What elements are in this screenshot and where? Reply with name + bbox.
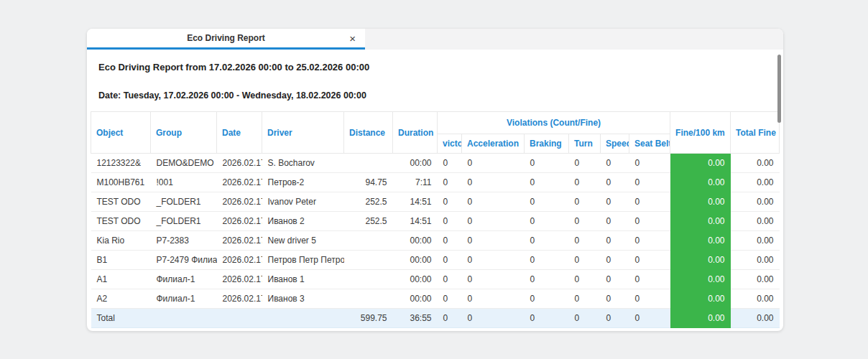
cell-total-fine: 0.00 — [731, 192, 780, 212]
total-row: Total599.7536:550000000.000.00 — [91, 309, 780, 328]
cell-driver: Петров-2 — [262, 173, 344, 192]
table-row: 12123322&DEMO&DEMO2026.02.17S. Bocharov0… — [91, 154, 780, 173]
header-duration: Duration — [393, 112, 438, 154]
cell-total-fine: 0.00 — [731, 289, 780, 309]
cell-driver: Ivanov Peter — [262, 192, 344, 212]
cell-violation-seatbelt: 0 — [629, 231, 670, 251]
cell-group: Филиал-1 — [151, 289, 217, 309]
cell-duration: 7:11 — [393, 173, 438, 192]
cell-violation-braking: 0 — [525, 309, 569, 328]
cell-violation-acceleration: 0 — [462, 192, 525, 212]
cell-distance: 252.5 — [344, 212, 393, 231]
cell-violation-victor: 0 — [438, 231, 462, 251]
cell-distance: 252.5 — [344, 192, 393, 212]
cell-fine-100km: 0.00 — [670, 231, 731, 251]
cell-fine-100km: 0.00 — [670, 251, 731, 270]
cell-group: _FOLDER1 — [151, 212, 217, 231]
cell-violation-speed: 0 — [601, 251, 629, 270]
cell-violation-braking: 0 — [525, 154, 569, 173]
cell-violation-braking: 0 — [525, 192, 569, 212]
cell-distance: 599.75 — [344, 309, 393, 328]
cell-violation-victor: 0 — [438, 192, 462, 212]
cell-driver: Петров Петр Петрович — [262, 251, 344, 270]
cell-distance: 94.75 — [344, 173, 393, 192]
cell-distance — [344, 154, 393, 173]
header-distance: Distance — [344, 112, 393, 154]
cell-fine-100km: 0.00 — [670, 270, 731, 289]
cell-driver: Иванов 1 — [262, 270, 344, 289]
main-header-row: Object Group Date Driver Distance Durati… — [91, 112, 780, 134]
cell-driver: New driver 5 — [262, 231, 344, 251]
cell-violation-acceleration: 0 — [462, 251, 525, 270]
cell-driver — [262, 309, 344, 328]
cell-violation-victor: 0 — [438, 154, 462, 173]
cell-date: 2026.02.17 — [217, 289, 262, 309]
cell-violation-speed: 0 — [601, 192, 629, 212]
cell-violation-victor: 0 — [438, 289, 462, 309]
cell-fine-100km: 0.00 — [670, 212, 731, 231]
table-row: TEST ODO_FOLDER12026.02.17Иванов 2252.51… — [91, 212, 780, 231]
cell-date — [217, 309, 262, 328]
cell-duration: 14:51 — [393, 212, 438, 231]
cell-object: M100HB761 — [91, 173, 151, 192]
header-violation-braking: Braking — [525, 134, 569, 154]
cell-violation-braking: 0 — [525, 173, 569, 192]
cell-group: !001 — [151, 173, 217, 192]
cell-duration: 36:55 — [393, 309, 438, 328]
cell-violation-seatbelt: 0 — [629, 173, 670, 192]
cell-object: TEST ODO — [91, 212, 151, 231]
cell-fine-100km: 0.00 — [670, 192, 731, 212]
cell-violation-speed: 0 — [601, 231, 629, 251]
cell-distance — [344, 251, 393, 270]
cell-duration: 00:00 — [393, 251, 438, 270]
vertical-scrollbar[interactable] — [777, 55, 781, 123]
cell-object: TEST ODO — [91, 192, 151, 212]
header-group: Group — [151, 112, 217, 154]
cell-total-fine: 0.00 — [731, 231, 780, 251]
cell-driver: Иванов 2 — [262, 212, 344, 231]
tab-eco-driving-report[interactable]: Eco Driving Report × — [87, 29, 365, 50]
cell-distance — [344, 270, 393, 289]
cell-violation-acceleration: 0 — [462, 309, 525, 328]
table-row: M100HB761!0012026.02.17Петров-294.757:11… — [91, 173, 780, 192]
cell-violation-seatbelt: 0 — [629, 154, 670, 173]
cell-violation-seatbelt: 0 — [629, 289, 670, 309]
header-fine-100km: Fine/100 km — [670, 112, 731, 154]
cell-driver: Иванов 3 — [262, 289, 344, 309]
cell-object: Kia Rio — [91, 231, 151, 251]
header-violation-seatbelt: Seat Belt — [629, 134, 670, 154]
cell-object: Total — [91, 309, 151, 328]
cell-violation-victor: 0 — [438, 173, 462, 192]
cell-violation-turn: 0 — [569, 289, 601, 309]
cell-violation-turn: 0 — [569, 309, 601, 328]
header-violations-group: Violations (Count/Fine) — [438, 112, 670, 134]
cell-violation-speed: 0 — [601, 270, 629, 289]
cell-date: 2026.02.17 — [217, 270, 262, 289]
cell-violation-victor: 0 — [438, 212, 462, 231]
close-icon[interactable]: × — [349, 33, 356, 44]
cell-total-fine: 0.00 — [731, 309, 780, 328]
cell-fine-100km: 0.00 — [670, 154, 731, 173]
cell-duration: 00:00 — [393, 231, 438, 251]
cell-violation-acceleration: 0 — [462, 173, 525, 192]
cell-object: A1 — [91, 270, 151, 289]
cell-total-fine: 0.00 — [731, 270, 780, 289]
tab-title: Eco Driving Report — [187, 33, 265, 43]
header-violation-victor: victor — [438, 134, 462, 154]
cell-date: 2026.02.17 — [217, 173, 262, 192]
cell-violation-seatbelt: 0 — [629, 251, 670, 270]
cell-violation-turn: 0 — [569, 212, 601, 231]
header-total-fine: Total Fine — [731, 112, 780, 154]
cell-violation-turn: 0 — [569, 270, 601, 289]
cell-fine-100km: 0.00 — [670, 173, 731, 192]
header-violation-turn: Turn — [569, 134, 601, 154]
cell-violation-speed: 0 — [601, 289, 629, 309]
report-content: Eco Driving Report from 17.02.2026 00:00… — [87, 62, 783, 328]
cell-violation-speed: 0 — [601, 309, 629, 328]
cell-violation-acceleration: 0 — [462, 212, 525, 231]
cell-group: DEMO&DEMO — [151, 154, 217, 173]
report-panel: Eco Driving Report × Eco Driving Report … — [87, 29, 783, 331]
cell-distance — [344, 289, 393, 309]
cell-duration: 00:00 — [393, 270, 438, 289]
cell-date: 2026.02.17 — [217, 231, 262, 251]
